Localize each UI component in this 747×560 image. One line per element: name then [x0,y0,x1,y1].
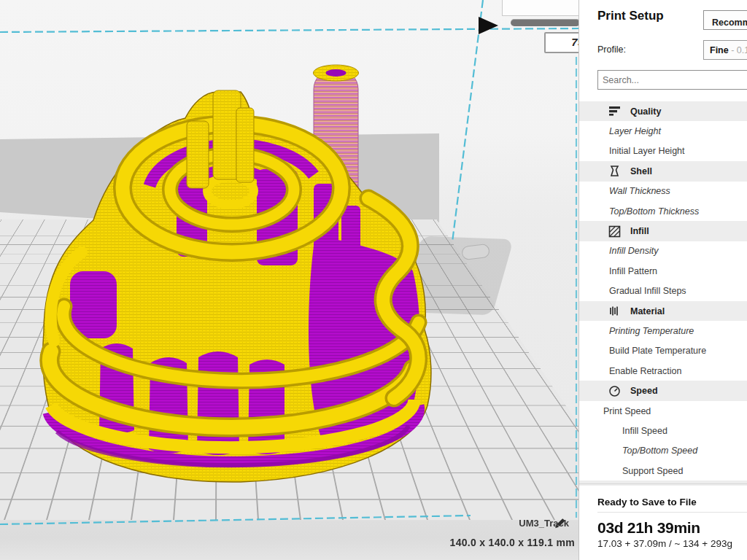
search-input[interactable] [597,70,747,90]
shell-icon [608,165,621,177]
setting-label: Wall Thickness [609,186,670,196]
category-shell[interactable]: Shell [579,161,747,181]
profile-value: Fine [710,45,729,55]
model-dimensions-label: 140.0 x 140.0 x 119.1 mm [409,537,575,548]
profile-dropdown[interactable]: Fine - 0.1 [703,40,747,60]
setting-top-bottom-speed[interactable]: Top/Bottom Speed [579,441,747,461]
panel-title: Print Setup [597,9,664,23]
setting-label: Infill Density [609,246,658,256]
setting-support-speed[interactable]: Support Speed [579,461,747,481]
job-section-divider [579,483,747,484]
category-label: Infill [630,226,649,236]
setting-layer-height[interactable]: Layer Height [579,121,747,141]
setting-label: Layer Height [609,126,661,136]
profile-label: Profile: [597,44,626,55]
layer-slider-handle[interactable] [511,19,578,26]
setting-enable-retraction[interactable]: Enable Retraction [579,361,747,381]
category-speed[interactable]: Speed [579,381,747,400]
setting-label: Enable Retraction [609,366,681,376]
category-label: Speed [630,386,658,396]
recommended-mode-button[interactable]: Recommended [703,10,747,30]
material-icon [608,305,621,317]
setting-label: Printing Temperature [609,326,694,336]
setting-infill-density[interactable]: Infill Density [579,241,747,261]
setting-top-bottom-thickness[interactable]: Top/Bottom Thickness [579,201,747,221]
rename-pencil-icon[interactable] [553,517,566,530]
setting-label: Gradual Infill Steps [609,286,686,296]
model-track[interactable] [40,65,438,492]
category-quality[interactable]: Quality [579,101,747,121]
setting-label: Top/Bottom Thickness [609,206,699,217]
setting-infill-speed[interactable]: Infill Speed [579,421,747,440]
category-label: Shell [630,166,652,176]
setting-label: Top/Bottom Speed [622,446,697,456]
print-time-estimate: 03d 21h 39min [597,519,700,537]
setting-printing-temperature[interactable]: Printing Temperature [579,321,747,341]
quality-icon [608,105,621,117]
setting-print-speed[interactable]: Print Speed [579,401,747,421]
layer-slider-container [502,0,578,16]
layer-number-input[interactable]: 79 [544,32,578,53]
setting-build-plate-temperature[interactable]: Build Plate Temperature [579,341,747,361]
setting-label: Infill Pattern [609,266,657,276]
category-label: Quality [630,106,661,117]
setting-label: Build Plate Temperature [609,346,706,356]
settings-list: Quality Layer Height Initial Layer Heigh… [579,101,747,486]
setting-label: Infill Speed [622,426,667,436]
setting-gradual-infill-steps[interactable]: Gradual Infill Steps [579,281,747,301]
setting-wall-thickness[interactable]: Wall Thickness [579,182,747,201]
speed-icon [608,385,621,397]
infill-icon [608,225,621,238]
setting-label: Print Speed [603,406,651,416]
setting-label: Initial Layer Height [609,146,685,156]
category-material[interactable]: Material [579,301,747,321]
sliced-model-render [0,0,578,560]
layer-play-button[interactable] [479,17,498,34]
job-status-underline [597,512,747,513]
category-label: Material [630,306,665,316]
settings-search[interactable] [597,70,747,90]
print-setup-panel: Print Setup Recommended Profile: Fine - … [578,0,747,560]
category-infill[interactable]: Infill [579,221,747,241]
setting-label: Support Speed [622,466,683,476]
setting-initial-layer-height[interactable]: Initial Layer Height [579,141,747,161]
3d-viewport[interactable]: 79 UM3_Track 140.0 x 140.0 x 119.1 mm [0,0,578,560]
job-status-text: Ready to Save to File [597,497,697,508]
profile-suffix: - 0.1 [729,45,747,55]
material-usage-estimate: 17.03 + 37.09m / ~ 134 + 293g [597,538,732,549]
setting-infill-pattern[interactable]: Infill Pattern [579,261,747,281]
